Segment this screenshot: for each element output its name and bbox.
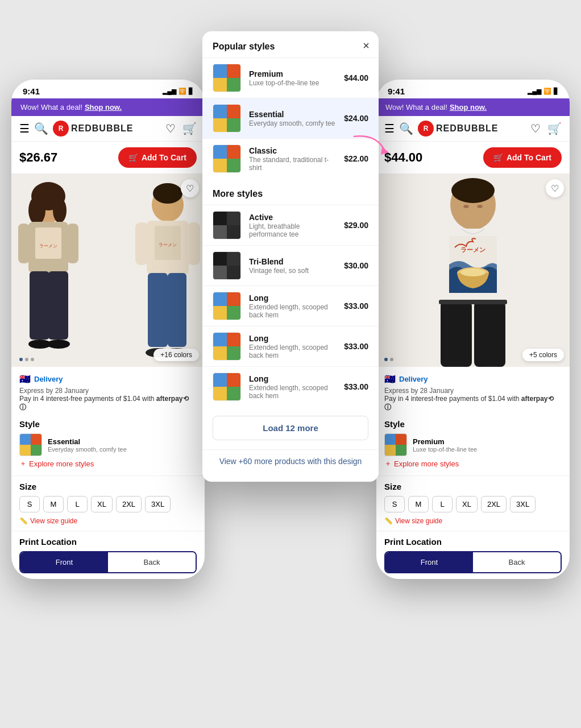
- style-thumb-long-1: [213, 292, 241, 320]
- popular-styles-title: Popular styles: [202, 31, 379, 57]
- style-thumb-long-2: [213, 332, 241, 361]
- style-item-active[interactable]: Active Light, breathable performance tee…: [202, 205, 379, 245]
- style-desc-long-2: Extended length, scooped back hem: [249, 344, 336, 359]
- style-desc-premium: Luxe top-of-the-line tee: [249, 79, 336, 87]
- style-info-classic: Classic The standard, traditional t-shir…: [249, 146, 336, 172]
- style-info-long-3: Long Extended length, scooped back hem: [249, 374, 336, 400]
- style-price-premium: $44.00: [344, 73, 368, 82]
- style-info-premium: Premium Luxe top-of-the-line tee: [249, 69, 336, 87]
- style-name-active: Active: [249, 213, 336, 222]
- style-item-long-1[interactable]: Long Extended length, scooped back hem $…: [202, 286, 379, 326]
- style-price-tri-blend: $30.00: [344, 261, 368, 270]
- style-price-essential: $24.00: [344, 114, 368, 123]
- style-info-long-1: Long Extended length, scooped back hem: [249, 293, 336, 319]
- style-thumb-tri-blend: [213, 251, 241, 280]
- more-styles-title: More styles: [202, 179, 379, 205]
- style-price-long-2: $33.00: [344, 342, 368, 351]
- style-desc-long-3: Extended length, scooped back hem: [249, 384, 336, 400]
- style-info-active: Active Light, breathable performance tee: [249, 213, 336, 238]
- style-price-active: $29.00: [344, 221, 368, 230]
- style-price-long-3: $33.00: [344, 382, 368, 391]
- style-desc-tri-blend: Vintage feel, so soft: [249, 267, 336, 275]
- style-name-long-1: Long: [249, 293, 336, 303]
- style-item-long-3[interactable]: Long Extended length, scooped back hem $…: [202, 366, 379, 407]
- style-name-classic: Classic: [249, 146, 336, 155]
- modal-overlay: × Popular styles Premium Luxe top-of-the…: [0, 0, 581, 728]
- style-info-essential: Essential Everyday smooth, comfy tee: [249, 110, 336, 127]
- style-name-long-3: Long: [249, 374, 336, 383]
- styles-modal: × Popular styles Premium Luxe top-of-the…: [202, 31, 379, 482]
- style-thumb-premium: [213, 64, 241, 92]
- style-price-long-1: $33.00: [344, 301, 368, 311]
- style-name-essential: Essential: [249, 110, 336, 119]
- view-more-products-link[interactable]: View +60 more products with this design: [202, 449, 379, 473]
- style-info-long-2: Long Extended length, scooped back hem: [249, 334, 336, 359]
- style-desc-active: Light, breathable performance tee: [249, 222, 336, 238]
- style-info-tri-blend: Tri-Blend Vintage feel, so soft: [249, 257, 336, 275]
- style-thumb-long-3: [213, 373, 241, 401]
- style-thumb-essential: [213, 104, 241, 133]
- decorative-arrow: [348, 131, 393, 165]
- style-name-long-2: Long: [249, 334, 336, 343]
- style-item-tri-blend[interactable]: Tri-Blend Vintage feel, so soft $30.00: [202, 245, 379, 286]
- style-thumb-active: [213, 211, 241, 239]
- style-item-long-2[interactable]: Long Extended length, scooped back hem $…: [202, 326, 379, 366]
- style-desc-classic: The standard, traditional t-shirt: [249, 156, 336, 172]
- style-name-tri-blend: Tri-Blend: [249, 257, 336, 266]
- load-more-button[interactable]: Load 12 more: [213, 416, 368, 440]
- style-desc-essential: Everyday smooth, comfy tee: [249, 119, 336, 127]
- style-item-premium[interactable]: Premium Luxe top-of-the-line tee $44.00: [202, 57, 379, 98]
- modal-close-button[interactable]: ×: [363, 39, 370, 52]
- style-name-premium: Premium: [249, 69, 336, 78]
- style-desc-long-1: Extended length, scooped back hem: [249, 303, 336, 319]
- svg-marker-40: [381, 147, 389, 155]
- style-thumb-classic: [213, 144, 241, 173]
